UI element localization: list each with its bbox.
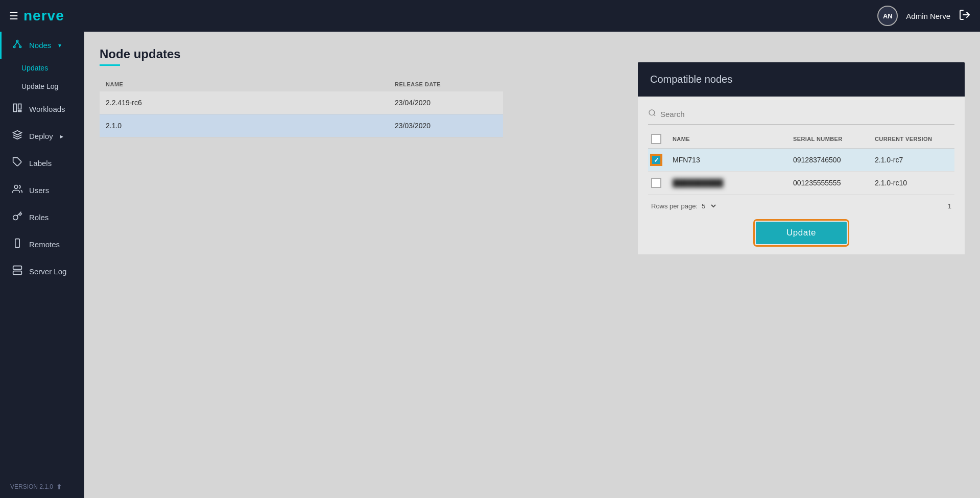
row1-name: MFN713 — [673, 156, 793, 164]
page-title: Node updates — [100, 47, 965, 61]
updates-label: Updates — [21, 64, 48, 72]
server-log-icon — [12, 265, 23, 278]
nodes-label: Nodes — [29, 41, 51, 50]
nodes-table-header: NAME SERIAL NUMBER CURRENT VERSION — [648, 130, 954, 149]
page-number: 1 — [948, 202, 951, 210]
sidebar-subitem-updates[interactable]: Updates — [0, 59, 84, 77]
svg-line-4 — [14, 42, 17, 46]
remotes-icon — [12, 238, 23, 251]
row2-checkbox[interactable] — [651, 178, 661, 188]
compatible-panel-header: Compatible nodes — [638, 62, 965, 97]
deploy-icon — [12, 130, 23, 143]
svg-rect-8 — [18, 110, 21, 112]
svg-line-18 — [654, 114, 655, 116]
server-log-label: Server Log — [29, 267, 66, 276]
svg-rect-11 — [15, 239, 19, 248]
labels-label: Labels — [29, 159, 52, 168]
topnav: ☰ nerve AN Admin Nerve — [0, 0, 980, 32]
compatible-panel-body: NAME SERIAL NUMBER CURRENT VERSION MFN71… — [638, 97, 965, 254]
nodes-col-name: NAME — [673, 136, 793, 142]
labels-icon — [12, 157, 23, 170]
row1-version: 2.1.0-rc7 — [875, 156, 951, 164]
sidebar: Nodes ▾ Updates Update Log Workloads — [0, 32, 84, 498]
svg-rect-6 — [14, 104, 17, 112]
export-icon[interactable]: ⬆ — [56, 483, 62, 491]
topnav-right: AN Admin Nerve — [877, 6, 971, 26]
table-row[interactable]: 2.1.0 23/03/2020 — [100, 114, 503, 137]
compatible-panel-title: Compatible nodes — [650, 74, 732, 85]
row1-serial: 091283746500 — [793, 156, 875, 164]
table-row[interactable]: ██████████ 001235555555 2.1.0-rc10 — [648, 172, 954, 195]
svg-rect-14 — [13, 271, 22, 275]
svg-rect-7 — [18, 104, 21, 109]
nodes-table: NAME SERIAL NUMBER CURRENT VERSION MFN71… — [648, 130, 954, 195]
row-name: 2.1.0 — [106, 122, 395, 130]
sidebar-item-labels[interactable]: Labels — [0, 150, 84, 177]
row-date: 23/03/2020 — [395, 122, 497, 130]
deploy-arrow: ▸ — [60, 133, 63, 140]
updates-col-name: NAME — [106, 81, 395, 87]
avatar: AN — [877, 6, 898, 26]
select-all-checkbox[interactable] — [651, 134, 661, 144]
row1-checkbox[interactable] — [651, 155, 661, 165]
search-input[interactable] — [660, 110, 954, 118]
row-date: 23/04/2020 — [395, 99, 497, 107]
row2-version: 2.1.0-rc10 — [875, 179, 951, 187]
svg-point-2 — [14, 46, 15, 48]
pagination-row: Rows per page: 5 10 25 1 — [648, 195, 954, 214]
version-label: VERSION 2.1.0 — [10, 483, 53, 490]
svg-point-1 — [16, 40, 18, 42]
sidebar-item-server-log[interactable]: Server Log — [0, 258, 84, 285]
updates-col-date: RELEASE DATE — [395, 81, 497, 87]
user-name: Admin Nerve — [906, 12, 950, 20]
logout-icon[interactable] — [959, 9, 971, 23]
rows-per-page-select[interactable]: 5 10 25 — [700, 202, 718, 210]
row2-serial: 001235555555 — [793, 179, 875, 187]
search-icon — [648, 109, 656, 119]
svg-line-5 — [17, 42, 20, 46]
deploy-label: Deploy — [29, 132, 53, 140]
main-layout: Nodes ▾ Updates Update Log Workloads — [0, 32, 980, 498]
update-button[interactable]: Update — [756, 222, 847, 244]
table-row[interactable]: MFN713 091283746500 2.1.0-rc7 — [648, 149, 954, 172]
updates-table: NAME RELEASE DATE 2.2.419-rc6 23/04/2020… — [100, 77, 503, 137]
users-label: Users — [29, 186, 49, 195]
sidebar-item-deploy[interactable]: Deploy ▸ — [0, 123, 84, 150]
logo: nerve — [23, 8, 64, 24]
sidebar-item-nodes[interactable]: Nodes ▾ — [0, 32, 84, 59]
users-icon — [12, 184, 23, 197]
sidebar-item-workloads[interactable]: Workloads — [0, 96, 84, 123]
row2-check — [651, 178, 673, 188]
row1-check — [651, 155, 673, 165]
page-title-underline — [100, 64, 120, 66]
update-log-label: Update Log — [21, 82, 58, 90]
topnav-left: ☰ nerve — [9, 8, 64, 24]
sidebar-item-remotes[interactable]: Remotes — [0, 231, 84, 258]
table-row[interactable]: 2.2.419-rc6 23/04/2020 — [100, 91, 503, 114]
updates-table-header: NAME RELEASE DATE — [100, 77, 503, 91]
remotes-label: Remotes — [29, 240, 60, 249]
nodes-col-serial: SERIAL NUMBER — [793, 136, 875, 142]
hamburger-icon[interactable]: ☰ — [9, 10, 18, 22]
svg-rect-13 — [13, 266, 22, 270]
svg-point-3 — [19, 46, 21, 48]
workloads-label: Workloads — [29, 105, 65, 113]
content-area: Node updates NAME RELEASE DATE 2.2.419-r… — [84, 32, 980, 498]
rows-per-page: Rows per page: 5 10 25 — [651, 202, 718, 210]
svg-point-10 — [14, 185, 18, 189]
row-name: 2.2.419-rc6 — [106, 99, 395, 107]
row2-name: ██████████ — [673, 179, 793, 187]
svg-point-17 — [649, 110, 655, 115]
nodes-arrow: ▾ — [58, 42, 61, 49]
nodes-col-version: CURRENT VERSION — [875, 136, 951, 142]
header-check — [651, 134, 673, 144]
workloads-icon — [12, 103, 23, 115]
rows-per-page-label: Rows per page: — [651, 202, 698, 210]
sidebar-subitem-update-log[interactable]: Update Log — [0, 77, 84, 96]
sidebar-item-users[interactable]: Users — [0, 177, 84, 204]
compatible-panel: Compatible nodes — [638, 62, 965, 254]
roles-icon — [12, 211, 23, 224]
search-bar — [648, 105, 954, 125]
update-btn-container: Update — [648, 222, 954, 244]
sidebar-item-roles[interactable]: Roles — [0, 204, 84, 231]
